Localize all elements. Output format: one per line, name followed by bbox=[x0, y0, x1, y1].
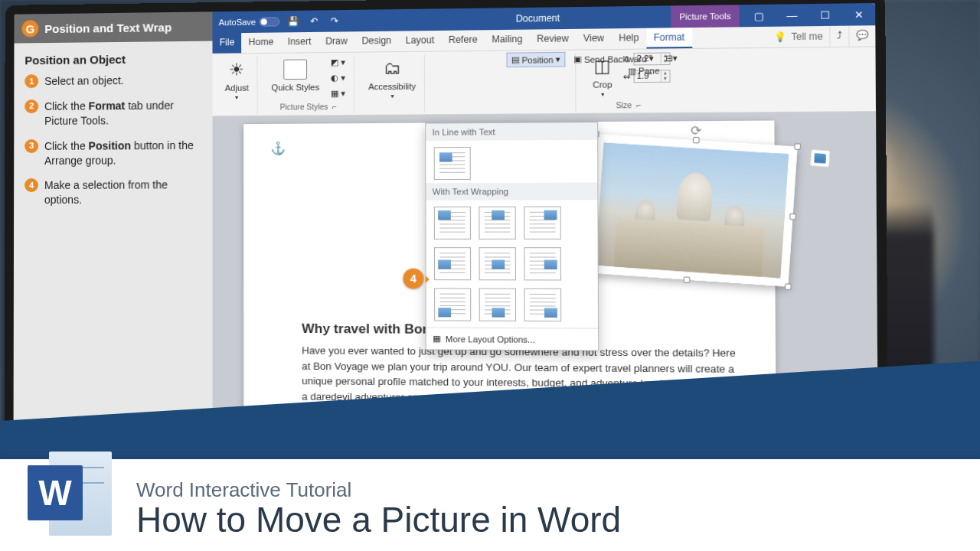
picture-border-button[interactable]: ◩▾ bbox=[327, 56, 348, 70]
picture-effects-button[interactable]: ◐▾ bbox=[327, 71, 348, 85]
close-icon[interactable]: ✕ bbox=[841, 3, 875, 26]
chevron-down-icon: ▾ bbox=[601, 91, 604, 98]
position-option-top-left[interactable] bbox=[434, 207, 471, 240]
send-backward-label: Send Backward bbox=[584, 54, 647, 64]
minimize-icon[interactable]: — bbox=[776, 4, 808, 27]
anchor-icon: ⚓ bbox=[270, 141, 286, 155]
tab-home[interactable]: Home bbox=[241, 32, 280, 53]
layout-options-floater[interactable] bbox=[809, 149, 831, 168]
quick-styles-button[interactable]: Quick Styles bbox=[268, 56, 322, 93]
lightbulb-icon: 💡 bbox=[774, 31, 786, 43]
picture-tools-tab-label: Picture Tools bbox=[671, 5, 739, 28]
align-button[interactable]: ⊟▾ bbox=[662, 51, 681, 66]
tutorial-subheading: Position an Object bbox=[24, 52, 201, 67]
video-title-overlay: W Word Interactive Tutorial How to Move … bbox=[0, 406, 980, 551]
tell-me-label: Tell me bbox=[791, 31, 822, 42]
resize-handle[interactable] bbox=[683, 276, 690, 283]
step-text: Click the Format tab under Picture Tools… bbox=[44, 98, 201, 128]
tutorial-title: Position and Text Wrap bbox=[44, 21, 172, 35]
adjust-button[interactable]: ☀ Adjust ▾ bbox=[222, 57, 252, 103]
titlebar-left: AutoSave 💾 ↶ ↷ bbox=[212, 15, 340, 28]
tab-view[interactable]: View bbox=[576, 28, 612, 49]
position-icon: ▤ bbox=[511, 55, 520, 65]
gallery-icon bbox=[283, 57, 307, 81]
more-layout-options[interactable]: ▦ More Layout Options... bbox=[426, 328, 598, 350]
share-button[interactable]: ⤴ bbox=[829, 26, 848, 47]
step-text: Click the Position button in the Arrange… bbox=[44, 138, 201, 168]
selected-picture[interactable]: ⟳ bbox=[586, 134, 798, 287]
tab-draw[interactable]: Draw bbox=[318, 31, 354, 52]
redo-icon[interactable]: ↷ bbox=[328, 15, 340, 27]
step-number-badge: 3 bbox=[24, 139, 38, 153]
tutorial-logo: G bbox=[21, 20, 38, 37]
size-group-label: Size ⌐ bbox=[616, 99, 642, 110]
tab-mailings[interactable]: Mailing bbox=[485, 30, 530, 51]
adjust-label: Adjust bbox=[225, 83, 249, 93]
ribbon-group-adjust: ☀ Adjust ▾ bbox=[217, 57, 258, 114]
tab-design[interactable]: Design bbox=[354, 31, 398, 52]
picture-styles-group-label: Picture Styles ⌐ bbox=[280, 101, 338, 112]
step-text: Make a selection from the options. bbox=[44, 178, 201, 208]
position-option-inline[interactable] bbox=[434, 147, 471, 180]
position-option-mid-center[interactable] bbox=[479, 247, 515, 280]
ribbon-group-accessibility: 🗂 Accessibility ▾ bbox=[361, 55, 425, 113]
resize-handle[interactable] bbox=[789, 214, 796, 220]
crop-label: Crop bbox=[593, 80, 612, 90]
resize-handle[interactable] bbox=[785, 283, 792, 290]
position-option-mid-left[interactable] bbox=[434, 247, 471, 280]
position-option-mid-right[interactable] bbox=[524, 247, 561, 280]
position-option-top-right[interactable] bbox=[524, 207, 561, 240]
tab-insert[interactable]: Insert bbox=[281, 32, 318, 53]
layout-icon: ▦ bbox=[331, 89, 338, 99]
rotate-handle-icon[interactable]: ⟳ bbox=[690, 122, 704, 136]
position-section-wrapping: With Text Wrapping bbox=[426, 182, 597, 200]
position-label: Position bbox=[521, 55, 553, 65]
position-option-top-center[interactable] bbox=[479, 207, 515, 240]
tutorial-header: G Position and Text Wrap bbox=[14, 11, 212, 43]
pane-icon: ▥ bbox=[628, 66, 636, 75]
document-title: Document bbox=[516, 13, 560, 24]
tab-help[interactable]: Help bbox=[612, 28, 647, 49]
position-button[interactable]: ▤ Position ▾ bbox=[507, 52, 566, 67]
title-texts: Word Interactive Tutorial How to Move a … bbox=[136, 478, 621, 540]
picture-border-effects-stack: ◩▾ ◐▾ ▦▾ bbox=[327, 56, 348, 100]
callout-step-4: 4 bbox=[403, 269, 423, 289]
position-option-bottom-left[interactable] bbox=[434, 288, 471, 321]
resize-handle[interactable] bbox=[693, 137, 700, 144]
send-backward-icon: ▣ bbox=[573, 54, 582, 64]
maximize-icon[interactable]: ☐ bbox=[808, 4, 842, 27]
autosave-toggle[interactable] bbox=[259, 17, 279, 26]
tell-me-search[interactable]: 💡 Tell me bbox=[767, 26, 829, 47]
chevron-down-icon: ▾ bbox=[390, 93, 394, 99]
accessibility-button[interactable]: 🗂 Accessibility ▾ bbox=[365, 55, 419, 102]
effects-icon: ◐ bbox=[331, 73, 338, 83]
resize-handle[interactable] bbox=[794, 143, 801, 150]
tab-file[interactable]: File bbox=[212, 33, 241, 54]
arrange-top-row: ▤ Position ▾ ▣ Send Backward ▾ ⊟▾ bbox=[507, 51, 681, 67]
picture-layout-button[interactable]: ▦▾ bbox=[327, 86, 348, 99]
save-icon[interactable]: 💾 bbox=[287, 15, 299, 28]
position-dropdown: In Line with Text With Text Wrapping bbox=[425, 122, 599, 351]
border-icon: ◩ bbox=[331, 57, 338, 67]
undo-icon[interactable]: ↶ bbox=[308, 15, 320, 28]
ribbon-group-picture-styles: Quick Styles ◩▾ ◐▾ ▦▾ Picture Styles ⌐ bbox=[263, 56, 354, 114]
tutorial-body: Position an Object 1 Select an object. 2… bbox=[14, 41, 212, 230]
picture-frame[interactable] bbox=[586, 134, 798, 287]
tab-layout[interactable]: Layout bbox=[398, 31, 441, 51]
layout-options-icon bbox=[814, 153, 826, 163]
accessibility-label: Accessibility bbox=[368, 82, 416, 92]
autosave-control[interactable]: AutoSave bbox=[219, 17, 279, 27]
step-number-badge: 4 bbox=[24, 178, 38, 192]
send-backward-button[interactable]: ▣ Send Backward ▾ bbox=[570, 51, 658, 67]
position-option-bottom-right[interactable] bbox=[524, 289, 562, 321]
tab-format[interactable]: Format bbox=[646, 28, 692, 49]
position-option-bottom-center[interactable] bbox=[479, 289, 516, 321]
tab-references[interactable]: Refere bbox=[442, 30, 485, 51]
comments-button[interactable]: 💬 bbox=[848, 25, 875, 47]
tutorial-step-3: 3 Click the Position button in the Arran… bbox=[24, 138, 201, 168]
word-logo: W bbox=[28, 452, 112, 536]
tab-review[interactable]: Review bbox=[530, 29, 577, 50]
selection-pane-button[interactable]: ▥ Pane bbox=[628, 66, 659, 77]
ribbon-display-icon[interactable]: ▢ bbox=[743, 5, 776, 28]
dialog-icon: ▦ bbox=[433, 334, 440, 344]
